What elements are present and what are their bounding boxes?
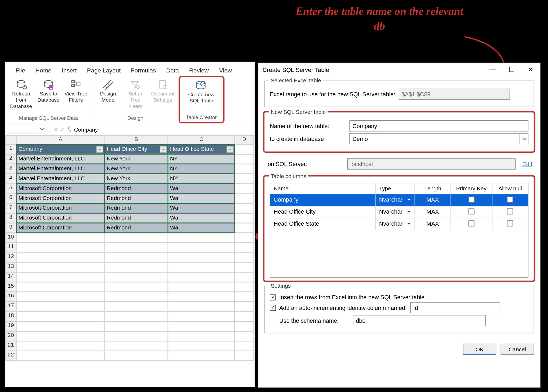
design-mode-button[interactable]: Design Mode [95, 78, 121, 104]
row-header[interactable]: 3 [5, 164, 17, 174]
pk-checkbox[interactable] [468, 220, 474, 226]
cell[interactable] [16, 331, 105, 341]
cell[interactable] [16, 292, 105, 302]
cell[interactable] [235, 213, 253, 223]
col-header[interactable]: C [168, 136, 235, 144]
row-header[interactable]: 10 [5, 233, 17, 243]
row-header[interactable]: 20 [5, 331, 17, 341]
row-header[interactable]: 11 [5, 243, 17, 253]
tab-formulas[interactable]: Formulas [126, 64, 161, 76]
cell[interactable] [16, 341, 105, 351]
schema-input[interactable] [353, 315, 486, 326]
cell[interactable] [105, 341, 168, 351]
tab-view[interactable]: View [214, 64, 237, 76]
cell[interactable] [105, 252, 168, 262]
cell[interactable]: Redmond [105, 194, 168, 203]
name-box[interactable] [8, 125, 46, 134]
cell[interactable] [168, 351, 235, 361]
cell[interactable] [235, 292, 253, 302]
filter-dropdown-icon[interactable] [160, 146, 167, 153]
cell[interactable] [16, 302, 105, 312]
cell[interactable]: Microsoft Corporation [16, 184, 105, 194]
cell[interactable]: Microsoft Corporation [16, 194, 105, 203]
cell[interactable] [105, 282, 168, 292]
table-header-cell[interactable]: Head Office City [105, 144, 168, 154]
cell[interactable]: NY [168, 174, 235, 184]
create-new-sql-table-button[interactable]: Create new SQL Table [182, 79, 220, 105]
cell[interactable] [235, 341, 253, 351]
cell[interactable] [168, 272, 235, 282]
cell[interactable] [235, 203, 253, 213]
cell[interactable] [16, 243, 105, 253]
cell[interactable] [235, 312, 253, 321]
row-header[interactable]: 18 [5, 312, 17, 321]
view-tree-filters-button[interactable]: View Tree Filters [63, 78, 89, 104]
cell[interactable]: New York [105, 154, 168, 164]
chevron-down-icon[interactable] [519, 134, 528, 144]
cell[interactable]: Microsoft Corporation [16, 213, 105, 223]
row-header[interactable]: 4 [5, 174, 17, 184]
cell[interactable] [16, 282, 105, 292]
table-name-input[interactable] [349, 120, 528, 132]
cell[interactable] [235, 184, 253, 194]
row-header[interactable]: 15 [5, 282, 17, 292]
column-name-cell[interactable]: Company [270, 194, 376, 206]
filter-dropdown-icon[interactable] [96, 146, 103, 153]
col-header[interactable]: D [235, 136, 253, 144]
table-header-cell[interactable]: Head Office State [168, 144, 235, 154]
cell[interactable] [235, 164, 253, 174]
database-input[interactable] [350, 134, 520, 143]
cell[interactable] [105, 302, 168, 312]
column-pk-cell[interactable] [451, 218, 492, 230]
cell[interactable] [168, 243, 235, 253]
row-header[interactable]: 2 [5, 154, 17, 164]
cell[interactable]: New York [105, 164, 168, 174]
cell[interactable]: New York [105, 174, 168, 184]
column-row[interactable]: Head Office StateNvarcharMAX [270, 218, 528, 230]
cell[interactable] [105, 312, 168, 321]
tab-data[interactable]: Data [161, 64, 184, 76]
cell[interactable] [235, 252, 253, 262]
cell[interactable]: Wa [168, 194, 235, 203]
row-header[interactable]: 6 [5, 194, 17, 203]
cell[interactable] [235, 272, 253, 282]
cancel-button[interactable]: Cancel [501, 344, 534, 355]
column-row[interactable]: CompanyNvarcharMAX [270, 194, 528, 206]
cell[interactable] [168, 292, 235, 302]
accept-formula-icon[interactable]: ✓ [60, 126, 65, 133]
column-null-cell[interactable] [492, 194, 528, 206]
column-length-cell[interactable]: MAX [415, 218, 451, 230]
cancel-formula-icon[interactable]: ✕ [53, 126, 58, 133]
insert-rows-checkbox[interactable] [270, 294, 276, 300]
identity-input[interactable] [410, 302, 500, 313]
row-header[interactable]: 1 [5, 144, 17, 154]
cell[interactable] [16, 233, 105, 243]
cell[interactable] [16, 312, 105, 321]
cell[interactable] [16, 321, 105, 331]
row-header[interactable]: 9 [5, 223, 17, 233]
cell[interactable] [235, 302, 253, 312]
cell[interactable] [168, 331, 235, 341]
cell[interactable] [235, 194, 253, 203]
cell[interactable] [168, 282, 235, 292]
cell[interactable] [168, 233, 235, 243]
cell[interactable] [235, 144, 253, 154]
cell[interactable] [16, 262, 105, 272]
cell[interactable] [105, 351, 168, 361]
select-all-corner[interactable] [5, 136, 17, 144]
cell[interactable] [16, 351, 105, 361]
tab-review[interactable]: Review [184, 64, 214, 76]
null-checkbox[interactable] [507, 197, 513, 202]
cell[interactable] [168, 262, 235, 272]
cell[interactable]: Marvel Entertainment, LLC [16, 174, 105, 184]
identity-checkbox[interactable] [270, 305, 276, 311]
cell[interactable] [235, 223, 253, 233]
cell[interactable] [235, 331, 253, 341]
cell[interactable]: Redmond [105, 203, 168, 213]
cell[interactable]: Wa [168, 223, 235, 233]
tab-file[interactable]: File [10, 64, 31, 76]
cell[interactable] [235, 243, 253, 253]
row-header[interactable]: 17 [5, 302, 17, 312]
col-header[interactable]: B [105, 136, 168, 144]
cell[interactable] [168, 341, 235, 351]
